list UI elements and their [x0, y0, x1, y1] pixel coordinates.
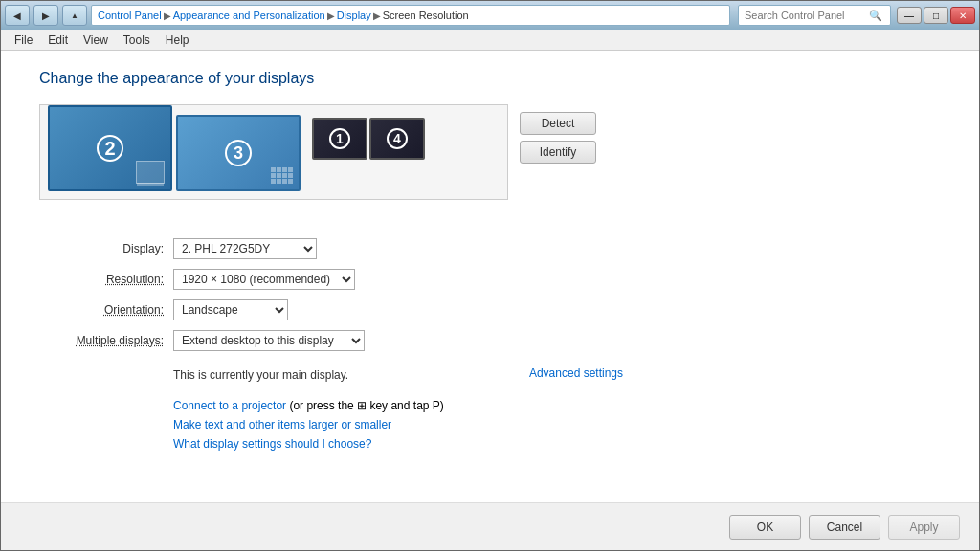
orientation-label: Orientation: [39, 303, 173, 317]
projector-link[interactable]: Connect to a projector [173, 399, 286, 412]
page-title: Change the appearance of your displays [39, 70, 941, 87]
breadcrumb: Control Panel ▶ Appearance and Personali… [91, 5, 730, 26]
breadcrumb-appearance[interactable]: Appearance and Personalization [173, 10, 325, 21]
search-input[interactable] [745, 10, 869, 21]
projector-link-row: Connect to a projector (or press the ⊞ k… [173, 399, 941, 412]
search-box[interactable]: 🔍 [738, 5, 891, 26]
orientation-select[interactable]: Landscape [173, 299, 288, 320]
monitor-3-number: 3 [225, 140, 252, 166]
minimize-button[interactable]: — [897, 7, 922, 24]
menu-view[interactable]: View [76, 32, 116, 49]
menu-help[interactable]: Help [158, 32, 197, 49]
text-size-link[interactable]: Make text and other items larger or smal… [173, 418, 391, 431]
resolution-select[interactable]: 1920 × 1080 (recommended) [173, 269, 355, 290]
multiple-displays-label: Multiple displays: [39, 334, 173, 347]
search-icon: 🔍 [869, 10, 882, 22]
breadcrumb-display[interactable]: Display [337, 10, 371, 21]
cancel-button[interactable]: Cancel [809, 515, 880, 540]
monitor-1[interactable]: 1 [312, 118, 368, 160]
display-settings-link-row: What display settings should I choose? [173, 437, 941, 451]
window: ◀ ▶ ▲ Control Panel ▶ Appearance and Per… [0, 0, 980, 551]
footer: OK Cancel Apply [1, 502, 979, 550]
settings-form: Display: 2. PHL 272G5DY Resolution: 1920… [39, 238, 941, 451]
monitor-4-number: 4 [387, 128, 408, 149]
back-button[interactable]: ◀ [5, 5, 30, 26]
monitor-2-number: 2 [97, 135, 123, 162]
main-display-text: This is currently your main display. [173, 368, 348, 382]
forward-button[interactable]: ▶ [33, 5, 58, 26]
detect-button[interactable]: Detect [520, 112, 596, 135]
display-settings-link[interactable]: What display settings should I choose? [173, 437, 371, 451]
monitor-4[interactable]: 4 [369, 118, 425, 160]
titlebar: ◀ ▶ ▲ Control Panel ▶ Appearance and Per… [1, 1, 979, 30]
monitor-2-icon [136, 161, 165, 184]
close-button[interactable]: ✕ [950, 7, 975, 24]
multiple-displays-row: Multiple displays: Extend desktop to thi… [39, 330, 941, 351]
ok-button[interactable]: OK [729, 515, 801, 540]
resolution-row: Resolution: 1920 × 1080 (recommended) [39, 269, 941, 290]
menu-tools[interactable]: Tools [116, 32, 158, 49]
orientation-row: Orientation: Landscape [39, 299, 941, 320]
menu-edit[interactable]: Edit [40, 32, 76, 49]
breadcrumb-current: Screen Resolution [383, 10, 469, 21]
display-label: Display: [39, 242, 173, 255]
menubar: File Edit View Tools Help [1, 30, 979, 51]
text-size-link-row: Make text and other items larger or smal… [173, 418, 941, 431]
monitor-2[interactable]: 2 [48, 105, 172, 191]
monitor-1-number: 1 [329, 128, 350, 149]
window-controls: — □ ✕ [897, 7, 975, 24]
info-row: This is currently your main display. Adv… [173, 364, 623, 382]
display-preview: 2 3 [39, 104, 508, 200]
preview-buttons: Detect Identify [520, 112, 596, 164]
main-area: Change the appearance of your displays 2… [1, 51, 979, 502]
advanced-settings-link[interactable]: Advanced settings [529, 366, 623, 380]
resolution-label: Resolution: [39, 273, 173, 286]
display-select[interactable]: 2. PHL 272G5DY [173, 238, 317, 259]
monitor-14-pair: 1 4 [312, 118, 425, 160]
content: Change the appearance of your displays 2… [1, 51, 979, 550]
multiple-displays-select[interactable]: Extend desktop to this display [173, 330, 365, 351]
identify-button[interactable]: Identify [520, 141, 596, 164]
projector-extra: (or press the ⊞ key and tap P) [286, 399, 444, 412]
monitor-3[interactable]: 3 [176, 115, 301, 191]
maximize-button[interactable]: □ [924, 7, 948, 24]
up-button[interactable]: ▲ [62, 5, 87, 26]
monitor-wrapper: 2 3 [48, 113, 500, 191]
display-row: Display: 2. PHL 272G5DY [39, 238, 941, 259]
apply-button[interactable]: Apply [888, 515, 960, 540]
menu-file[interactable]: File [7, 32, 40, 49]
links-section: Connect to a projector (or press the ⊞ k… [173, 399, 941, 451]
titlebar-left: ◀ ▶ ▲ Control Panel ▶ Appearance and Per… [5, 5, 891, 26]
breadcrumb-control-panel[interactable]: Control Panel [98, 10, 162, 21]
